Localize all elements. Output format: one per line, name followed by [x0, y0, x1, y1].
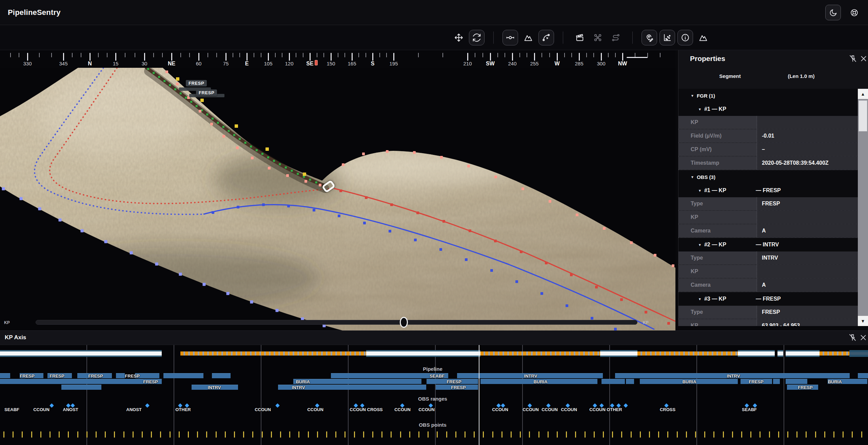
kp-minor-tick [123, 431, 124, 438]
kp-minor-tick [575, 431, 576, 438]
obs-range-label: INTRV [292, 385, 305, 390]
properties-scrollbar[interactable]: ▲ ▼ [858, 89, 868, 326]
unpin-icon[interactable] [849, 55, 857, 63]
kp-axis-timeline[interactable]: PipelineOBS rangesOBS pointsFRESPFRESPFR… [0, 345, 868, 445]
compass-major-tick [512, 53, 513, 61]
kp-minor-tick [50, 431, 51, 438]
compass-minor-tick [442, 53, 443, 57]
mountain-icon [524, 33, 533, 42]
property-subsection-header[interactable]: ▼#2 — KP— INTRV [678, 238, 858, 251]
compass-major-tick [171, 53, 172, 61]
toolbar-button-scatter-plot[interactable] [659, 30, 675, 45]
kp-minor-tick [723, 431, 724, 438]
compass-minor-tick [275, 53, 276, 57]
kp-minor-tick [769, 431, 770, 438]
compass-major-tick [27, 53, 28, 61]
timeline-gridline [261, 345, 261, 445]
property-subsection-header[interactable]: ▼#1 — KP— FRESP [678, 184, 858, 197]
obs-point-label: SEABF [742, 407, 757, 412]
obs-point-label: ANOST [126, 407, 142, 412]
obs-range-label: FRESP [749, 379, 763, 384]
property-subsection-header[interactable]: ▼#1 — KP [678, 102, 858, 116]
toolbar-button-curve-arrow[interactable] [538, 30, 554, 45]
compass-minor-tick [303, 53, 303, 57]
obs-point-diamond-marker [50, 403, 54, 408]
compass-major-tick [90, 53, 91, 61]
caret-down-icon: ▼ [691, 175, 694, 179]
properties-column-length: (Len 1.0 m) [788, 73, 814, 79]
kp-minor-tick [68, 431, 69, 438]
compass-major-tick [63, 53, 64, 61]
obs-points-track-label: OBS points [419, 422, 447, 428]
property-row: CP (mV)– [678, 143, 858, 157]
3d-viewport[interactable]: FRESPFRESP KP KP [0, 68, 675, 330]
compass-minor-tick [254, 53, 254, 57]
section-label: #1 — KP [704, 187, 726, 194]
kp-minor-tick [308, 431, 309, 438]
toolbar-button-drone[interactable] [590, 30, 606, 45]
obs-range-label: FRESP [143, 379, 158, 384]
scroll-up-button[interactable]: ▲ [858, 89, 868, 99]
kp-minor-tick [548, 431, 549, 438]
kp-minor-tick [179, 431, 180, 438]
kp-minor-tick [243, 431, 244, 438]
kp-minor-tick [40, 431, 41, 438]
help-button[interactable] [846, 5, 862, 20]
timeline-cursor[interactable] [479, 345, 479, 445]
toolbar-button-rotate[interactable] [469, 30, 485, 45]
toolbar-button-mountain[interactable] [520, 30, 536, 45]
obs-range-bar [293, 379, 421, 384]
dark-mode-toggle[interactable] [825, 5, 841, 20]
obs-range-label: INTRV [524, 373, 537, 379]
obs-range-bar [163, 373, 203, 378]
toolbar-button-mountain[interactable] [695, 30, 711, 45]
obs-range-bar [601, 379, 625, 384]
kp-minor-tick [603, 431, 604, 438]
toolbar-button-info[interactable] [677, 30, 693, 45]
compass-minor-tick [358, 53, 359, 57]
compass-minor-tick [608, 53, 609, 57]
scroll-down-button[interactable]: ▼ [858, 316, 868, 326]
kp-minor-tick [631, 431, 632, 438]
property-section-header[interactable]: ▼OBS (3) [678, 170, 858, 184]
property-value [757, 211, 858, 224]
kp-slider-track[interactable] [36, 320, 637, 325]
property-key: Type [678, 197, 757, 210]
pipeline-track-exposed-segment [820, 351, 849, 356]
caret-down-icon: ▼ [698, 189, 702, 193]
close-icon[interactable] [859, 333, 868, 342]
close-icon[interactable] [860, 55, 868, 63]
compass-label-120: 120 [285, 61, 293, 66]
toolbar-button-route[interactable] [608, 30, 624, 45]
unpin-icon[interactable] [848, 333, 857, 342]
toolbar-button-pin-edit[interactable] [642, 30, 657, 45]
property-value [757, 265, 858, 278]
kp-minor-tick [594, 431, 595, 438]
kp-minor-tick [344, 431, 346, 438]
compass-major-tick [557, 53, 558, 61]
property-subsection-header[interactable]: ▼#3 — KP— FRESP [678, 292, 858, 306]
kp-slider-label-left: KP [4, 320, 10, 325]
property-row: CameraA [678, 224, 858, 238]
obs-ranges-track-label: OBS ranges [418, 396, 447, 402]
section-label: #1 — KP [704, 106, 726, 112]
scrollbar-thumb[interactable] [859, 100, 867, 132]
compass-label-195: 195 [389, 61, 398, 66]
compass-label-330: 330 [23, 61, 32, 66]
compass-minor-tick [296, 53, 296, 57]
toolbar-button-clapperboard[interactable] [572, 30, 588, 45]
toolbar-button-move[interactable] [451, 30, 467, 45]
property-value: A [757, 224, 858, 237]
kp-minor-tick [796, 431, 797, 438]
compass-bar[interactable]: 330345N1530NE6075E105120SE150165S195210S… [0, 50, 675, 68]
kp-slider-handle[interactable] [400, 317, 408, 328]
obs-range-label: FRESP [50, 373, 64, 379]
compass-label-105: 105 [264, 61, 272, 66]
compass-label-S: S [371, 61, 375, 67]
scatter-plot-icon [663, 33, 672, 42]
compass-minor-tick [571, 53, 572, 57]
pipeline-track-segment [786, 350, 820, 357]
obs-point-label: CCOUN [541, 407, 558, 412]
toolbar-button-node-line[interactable] [502, 30, 518, 45]
property-section-header[interactable]: ▼FGR (1) [678, 89, 858, 102]
